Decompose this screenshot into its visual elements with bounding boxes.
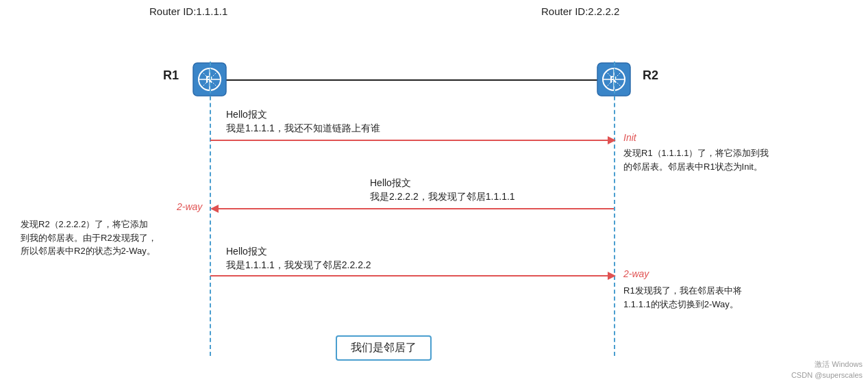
msg2-label: Hello报文 我是2.2.2.2，我发现了邻居1.1.1.1	[370, 177, 515, 203]
state-init-label: Init	[623, 132, 636, 143]
router2-name: R2	[643, 68, 658, 83]
msg3-label: Hello报文 我是1.1.1.1，我发现了邻居2.2.2.2	[226, 245, 371, 272]
router1-name: R1	[163, 68, 179, 83]
diagram: Router ID:1.1.1.1 Router ID:2.2.2.2 R1 R…	[0, 0, 868, 386]
svg-marker-15	[608, 136, 616, 144]
right-init-text: 发现R1（1.1.1.1）了，将它添加到我的邻居表。邻居表中R1状态为Init。	[623, 146, 769, 173]
router-connect-line	[210, 79, 597, 81]
watermark: 激活 Windows CSDN @superscales	[791, 359, 863, 381]
svg-marker-17	[210, 205, 219, 213]
left-2way-text: 发现R2（2.2.2.2）了，将它添加到我的邻居表。由于R2发现我了，所以邻居表…	[21, 218, 157, 258]
msg1-label: Hello报文 我是1.1.1.1，我还不知道链路上有谁	[226, 108, 380, 135]
right-2way-text: R1发现我了，我在邻居表中将1.1.1.1的状态切换到2-Way。	[623, 284, 742, 311]
router1-id-label: Router ID:1.1.1.1	[149, 5, 227, 17]
arrow2	[210, 202, 616, 216]
state-2way-right-label: 2-way	[623, 268, 649, 279]
router2-id-label: Router ID:2.2.2.2	[541, 5, 619, 17]
state-2way-left-label: 2-way	[177, 201, 202, 212]
arrow1	[210, 133, 616, 147]
bottom-box: 我们是邻居了	[336, 335, 432, 361]
svg-marker-19	[608, 272, 616, 280]
